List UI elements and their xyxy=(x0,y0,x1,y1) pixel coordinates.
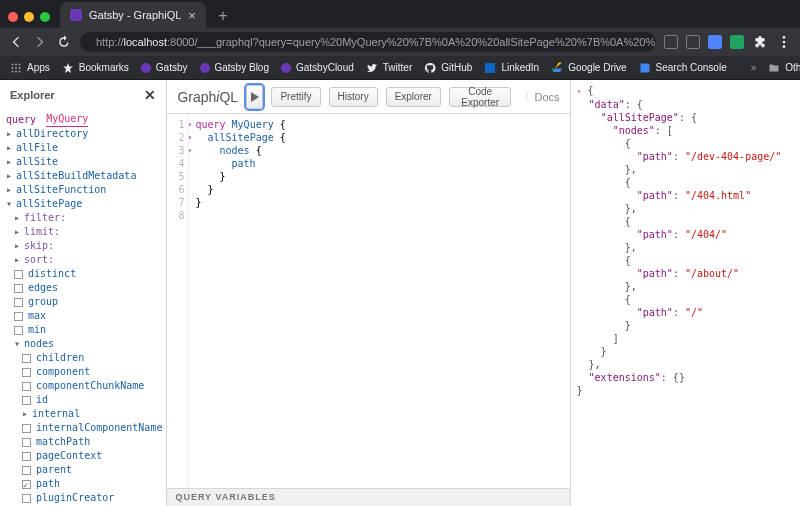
forward-icon[interactable] xyxy=(32,34,48,50)
apps-button[interactable]: Apps xyxy=(10,62,50,74)
browser-menu-icon[interactable] xyxy=(776,34,792,50)
browser-tab-active[interactable]: Gatsby - GraphiQL × xyxy=(60,2,206,28)
graphiql-logo: GraphiQL xyxy=(177,89,238,105)
other-bookmarks[interactable]: Other Bookmarks xyxy=(768,62,800,74)
svg-point-7 xyxy=(15,63,17,65)
tree-row[interactable]: group xyxy=(4,295,162,309)
bookmark-label: GitHub xyxy=(441,62,472,73)
query-panel: GraphiQL Prettify History Explorer Code … xyxy=(167,80,570,506)
tree-row[interactable]: id xyxy=(4,393,162,407)
query-editor[interactable]: 12345678 ▾query MyQuery {▾ allSitePage {… xyxy=(167,114,569,488)
tree-row[interactable]: edges xyxy=(4,281,162,295)
play-icon xyxy=(250,92,260,102)
bookmark-bookmarks[interactable]: Bookmarks xyxy=(62,62,129,74)
bookmark-gatsby-blog[interactable]: Gatsby Blog xyxy=(200,62,269,73)
tree-row[interactable]: ▸internal xyxy=(4,407,162,421)
reload-icon[interactable] xyxy=(56,34,72,50)
tree-row[interactable]: min xyxy=(4,323,162,337)
prettify-button[interactable]: Prettify xyxy=(271,87,320,107)
tree-row[interactable]: ▸filter: xyxy=(4,211,162,225)
tree-row[interactable]: pageContext xyxy=(4,449,162,463)
bookmark-label: Search Console xyxy=(656,62,727,73)
bookmark-label: Gatsby Blog xyxy=(215,62,269,73)
tree-row[interactable]: max xyxy=(4,309,162,323)
close-tab-icon[interactable]: × xyxy=(188,8,196,23)
bookmark-google-drive[interactable]: Google Drive xyxy=(551,62,626,74)
folder-icon xyxy=(768,62,780,74)
docs-label: Docs xyxy=(534,91,559,103)
tree-row[interactable]: path xyxy=(4,477,162,491)
tree-row[interactable]: ▸sort: xyxy=(4,253,162,267)
tree-row[interactable]: ▸skip: xyxy=(4,239,162,253)
gatsby-icon xyxy=(141,63,151,73)
tree-row[interactable]: pluginCreator xyxy=(4,491,162,505)
code-exporter-button[interactable]: Code Exporter xyxy=(449,87,512,107)
tree-row[interactable]: ▸allDirectory xyxy=(4,127,162,141)
svg-point-9 xyxy=(12,67,14,69)
bookmark-search-console[interactable]: Search Console xyxy=(639,62,727,74)
tree-row[interactable]: parent xyxy=(4,463,162,477)
window-controls xyxy=(8,12,50,22)
tree-row[interactable]: ▾nodes xyxy=(4,337,162,351)
extension-icon-1[interactable] xyxy=(664,35,678,49)
linkedin-icon xyxy=(484,62,496,74)
bookmark-gatsby[interactable]: Gatsby xyxy=(141,62,188,73)
maximize-window-icon[interactable] xyxy=(40,12,50,22)
bookmark-label: Apps xyxy=(27,62,50,73)
tree-row[interactable]: internalComponentName xyxy=(4,421,162,435)
star-icon xyxy=(62,62,74,74)
svg-point-3 xyxy=(783,36,786,39)
back-icon[interactable] xyxy=(8,34,24,50)
url-host: localhost xyxy=(124,36,167,48)
url-scheme: http:// xyxy=(96,36,124,48)
tree-row[interactable]: ▸limit: xyxy=(4,225,162,239)
new-tab-button[interactable]: + xyxy=(212,7,234,25)
chevron-left-icon: 〈 xyxy=(519,89,530,104)
close-window-icon[interactable] xyxy=(8,12,18,22)
github-icon xyxy=(424,62,436,74)
line-gutter: 12345678 xyxy=(167,114,189,488)
tree-row[interactable]: ▸allFile xyxy=(4,141,162,155)
close-explorer-button[interactable]: ✕ xyxy=(144,87,156,103)
explorer-title: Explorer xyxy=(10,89,55,101)
explorer-button[interactable]: Explorer xyxy=(386,87,441,107)
bookmark-label: Other Bookmarks xyxy=(785,62,800,73)
tree-row[interactable]: ▸allSiteFunction xyxy=(4,183,162,197)
bookmark-label: Bookmarks xyxy=(79,62,129,73)
tree-row[interactable]: componentChunkName xyxy=(4,379,162,393)
bookmark-twitter[interactable]: Twitter xyxy=(366,62,412,74)
tree-row[interactable]: ▾allSitePage xyxy=(4,197,162,211)
tab-title: Gatsby - GraphiQL xyxy=(89,9,181,21)
code-area[interactable]: ▾query MyQuery {▾ allSitePage {▾ nodes {… xyxy=(189,114,569,488)
docs-toggle[interactable]: 〈Docs xyxy=(519,89,559,104)
tree-row[interactable]: ▸allSite xyxy=(4,155,162,169)
explorer-tree[interactable]: query MyQuery▸allDirectory▸allFile▸allSi… xyxy=(0,110,166,506)
tree-row[interactable]: component xyxy=(4,365,162,379)
url-bar[interactable]: http://localhost:8000/___graphql?query=q… xyxy=(80,32,656,52)
svg-point-10 xyxy=(15,67,17,69)
bookmarks-bar: Apps Bookmarks Gatsby Gatsby Blog Gatsby… xyxy=(0,56,800,80)
run-query-button[interactable] xyxy=(246,85,263,109)
tree-row[interactable]: children xyxy=(4,351,162,365)
bookmark-github[interactable]: GitHub xyxy=(424,62,472,74)
bookmark-label: Google Drive xyxy=(568,62,626,73)
bookmark-gatsbycloud[interactable]: GatsbyCloud xyxy=(281,62,354,73)
extensions-menu-icon[interactable] xyxy=(752,34,768,50)
history-button[interactable]: History xyxy=(329,87,378,107)
svg-point-14 xyxy=(19,70,21,72)
extension-icon-4[interactable] xyxy=(730,35,744,49)
tree-row[interactable]: distinct xyxy=(4,267,162,281)
tree-row[interactable]: ▸allSiteBuildMetadata xyxy=(4,169,162,183)
svg-rect-16 xyxy=(640,63,649,72)
bookmark-linkedin[interactable]: LinkedIn xyxy=(484,62,539,74)
svg-point-13 xyxy=(15,70,17,72)
tree-row[interactable]: matchPath xyxy=(4,435,162,449)
extension-icon-2[interactable] xyxy=(686,35,700,49)
explorer-panel: Explorer ✕ query MyQuery▸allDirectory▸al… xyxy=(0,80,167,506)
query-variables-header[interactable]: QUERY VARIABLES xyxy=(167,488,569,506)
tree-row[interactable]: query MyQuery xyxy=(4,112,162,127)
bookmarks-overflow-icon[interactable]: » xyxy=(751,62,757,73)
extension-icon-3[interactable] xyxy=(708,35,722,49)
bookmark-label: LinkedIn xyxy=(501,62,539,73)
minimize-window-icon[interactable] xyxy=(24,12,34,22)
